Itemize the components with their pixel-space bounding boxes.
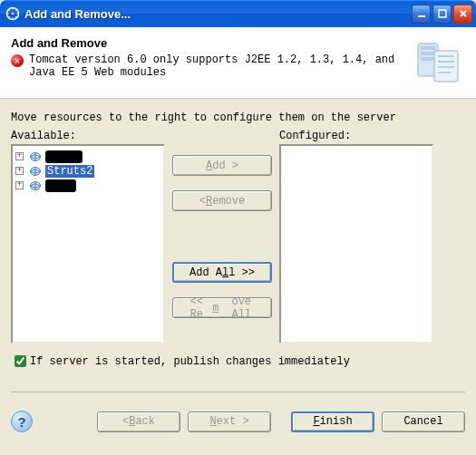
help-icon[interactable]: ?: [11, 411, 33, 432]
module-icon: [29, 180, 42, 191]
svg-line-8: [15, 9, 16, 10]
svg-rect-10: [418, 15, 425, 17]
svg-rect-15: [421, 46, 435, 50]
back-button[interactable]: < Back: [97, 411, 180, 432]
finish-button[interactable]: Finish: [291, 411, 374, 432]
error-icon: ✕: [11, 54, 24, 67]
add-all-button[interactable]: Add All >>: [172, 262, 272, 283]
svg-rect-11: [439, 10, 446, 17]
remove-button[interactable]: < Remove: [172, 190, 272, 211]
available-list[interactable]: + ████+ Struts2+ ███: [11, 144, 165, 344]
page-title: Add and Remove: [11, 36, 402, 50]
banner-icon: [411, 36, 465, 91]
tree-item-label: ████: [45, 150, 83, 163]
wizard-footer: ? < Back Next > Finish Cancel: [0, 407, 476, 441]
app-icon: [5, 6, 20, 21]
svg-line-9: [8, 16, 9, 17]
tree-item[interactable]: + ███: [13, 179, 163, 193]
close-button[interactable]: [453, 5, 472, 24]
expand-icon[interactable]: +: [15, 167, 24, 175]
maximize-button[interactable]: [432, 5, 452, 24]
remove-all-button[interactable]: << Remove All: [172, 297, 272, 318]
error-message-text: Tomcat version 6.0 only supports J2EE 1.…: [29, 53, 402, 79]
module-icon: [29, 166, 42, 177]
svg-line-6: [8, 9, 9, 10]
available-label: Available:: [11, 130, 165, 142]
tree-item[interactable]: + Struts2: [13, 164, 163, 179]
svg-line-7: [15, 16, 16, 17]
next-button[interactable]: Next >: [188, 411, 271, 432]
separator: [11, 392, 465, 392]
publish-checkbox-row[interactable]: If server is started, publish changes im…: [11, 353, 465, 370]
title-bar: Add and Remove...: [0, 0, 476, 27]
expand-icon[interactable]: +: [15, 152, 24, 160]
svg-point-1: [12, 13, 15, 15]
svg-rect-16: [421, 52, 435, 55]
tree-item-label: Struts2: [45, 165, 94, 178]
instruction-text: Move resources to the right to configure…: [11, 111, 465, 124]
tree-item-label: ███: [45, 179, 76, 192]
expand-icon[interactable]: +: [15, 181, 24, 189]
error-message-row: ✕ Tomcat version 6.0 only supports J2EE …: [11, 53, 402, 79]
publish-checkbox-label: If server is started, publish changes im…: [30, 355, 350, 368]
window-title: Add and Remove...: [24, 7, 410, 21]
back-label: B: [129, 415, 135, 428]
wizard-body: Move resources to the right to configure…: [0, 99, 476, 407]
wizard-header: Add and Remove ✕ Tomcat version 6.0 only…: [0, 27, 476, 99]
svg-rect-17: [421, 57, 435, 61]
add-button[interactable]: Add >: [172, 155, 272, 176]
publish-checkbox[interactable]: [15, 355, 26, 367]
module-icon: [29, 151, 42, 162]
cancel-button[interactable]: Cancel: [382, 411, 465, 432]
configured-label: Configured:: [279, 130, 433, 142]
configured-list[interactable]: [279, 144, 433, 344]
minimize-button[interactable]: [412, 5, 431, 24]
tree-item[interactable]: + ████: [13, 150, 163, 164]
